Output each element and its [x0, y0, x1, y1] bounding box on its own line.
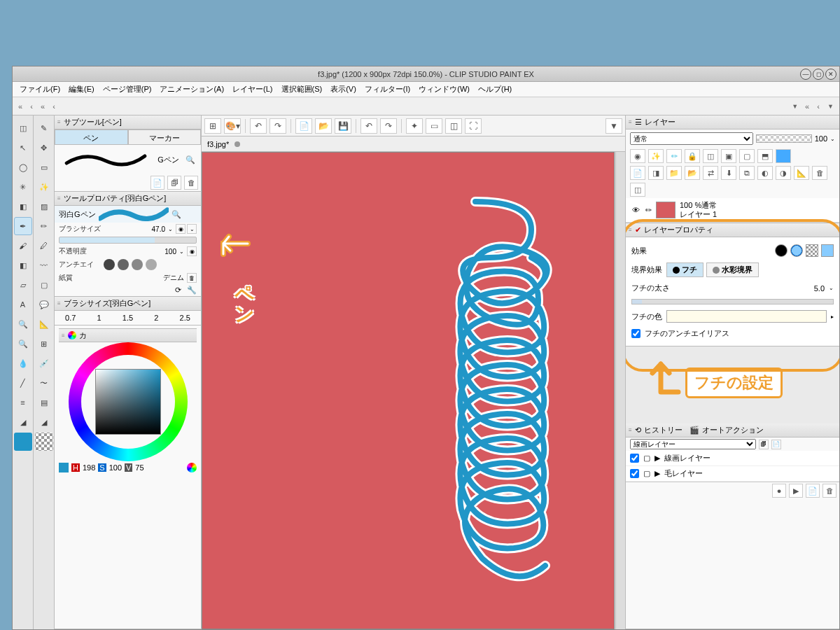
doc-tab-name[interactable]: f3.jpg*: [207, 140, 229, 148]
nav-dropdown[interactable]: ▼: [789, 102, 801, 111]
tool-swap[interactable]: [14, 433, 32, 451]
layericon-7[interactable]: ▢: [739, 149, 755, 163]
menu-animation[interactable]: アニメーション(A): [155, 83, 228, 96]
antialias-options[interactable]: [104, 259, 157, 270]
size-3[interactable]: 2: [154, 314, 158, 322]
size-4[interactable]: 2.5: [180, 314, 190, 322]
layericon-6[interactable]: ▣: [721, 149, 736, 163]
brush-size-pressure-icon[interactable]: ◉: [176, 224, 186, 234]
toolbar-transform-icon[interactable]: ⛶: [465, 118, 482, 134]
action-item-0[interactable]: ▢▶ 線画レイヤー: [626, 451, 839, 466]
toolbar-expand-icon[interactable]: ▼: [606, 118, 622, 134]
menu-page[interactable]: ページ管理(P): [99, 83, 156, 96]
tool-curve[interactable]: 〜: [35, 374, 53, 392]
tool-pen[interactable]: ✒: [14, 217, 32, 235]
tool-frame[interactable]: ⊞: [35, 335, 53, 353]
tool-move[interactable]: ✥: [35, 139, 53, 157]
history-dropdown[interactable]: 線画レイヤー: [630, 439, 756, 449]
thickness-slider[interactable]: [631, 299, 834, 304]
layericon-9[interactable]: [776, 149, 791, 163]
layer-newfill-icon[interactable]: ◨: [648, 166, 664, 180]
tool-zoom[interactable]: 🔍: [14, 315, 32, 333]
brush-size-slider[interactable]: [59, 237, 197, 244]
tool-lasso[interactable]: ◯: [14, 158, 32, 176]
toolbar-redo2-icon[interactable]: ↷: [380, 118, 397, 134]
subtool-tab-marker[interactable]: マーカー: [128, 130, 202, 145]
layer-transfer-icon[interactable]: ⇄: [703, 166, 718, 180]
tool-eraser[interactable]: ◧: [14, 256, 32, 274]
nav-next2[interactable]: ‹: [813, 102, 823, 111]
tool-checker[interactable]: [35, 433, 53, 451]
layericon-8[interactable]: ⬒: [757, 149, 773, 163]
toolbar-pref-icon[interactable]: 🎨▾: [224, 118, 241, 134]
close-button[interactable]: ✕: [825, 69, 836, 80]
subtool-copy-icon[interactable]: 🗐: [167, 176, 181, 190]
layericon-lock[interactable]: 🔒: [685, 149, 700, 163]
fx-border-icon[interactable]: [790, 244, 803, 257]
history-tab[interactable]: ヒストリー: [644, 425, 682, 435]
tool-blend[interactable]: 〰: [35, 256, 53, 274]
layericon-2[interactable]: ✨: [648, 149, 664, 163]
border-opt-water[interactable]: 水彩境界: [706, 262, 759, 277]
layer-maskon-icon[interactable]: ◑: [776, 166, 791, 180]
layer-mergedn-icon[interactable]: ⬇: [721, 166, 736, 180]
wrench-icon[interactable]: 🔧: [187, 286, 197, 295]
toolbar-grid-icon[interactable]: ⊞: [204, 118, 221, 134]
tool-rect[interactable]: ▭: [35, 158, 53, 176]
layer-folderin-icon[interactable]: 📂: [685, 166, 700, 180]
tool-balloon[interactable]: 💬: [35, 295, 53, 314]
menu-view[interactable]: 表示(V): [326, 83, 360, 96]
toolprop-search-icon[interactable]: 🔍: [172, 210, 181, 219]
size-2[interactable]: 1.5: [122, 314, 133, 322]
toolbar-undo2-icon[interactable]: ↶: [360, 118, 377, 134]
layericon-1[interactable]: ◉: [630, 149, 645, 163]
maximize-button[interactable]: ◻: [813, 69, 824, 80]
border-opt-edge[interactable]: フチ: [666, 262, 704, 277]
menu-edit[interactable]: 編集(E): [64, 83, 99, 96]
tool-perspective[interactable]: ◢: [14, 413, 32, 431]
menu-selection[interactable]: 選択範囲(S): [277, 83, 327, 96]
tool-drop[interactable]: 💧: [14, 354, 32, 372]
subtool-trash-icon[interactable]: 🗑: [184, 176, 198, 190]
size-0[interactable]: 0.7: [65, 314, 76, 322]
tool-line[interactable]: ╱: [14, 374, 32, 392]
rec-icon[interactable]: ●: [772, 484, 786, 498]
layericon-3[interactable]: ✏: [666, 149, 682, 163]
layer-folder-icon[interactable]: 📁: [666, 166, 682, 180]
layer-merge-icon[interactable]: ⧉: [739, 166, 755, 180]
history-new-icon[interactable]: 📄: [771, 440, 781, 449]
tool-ruler[interactable]: 📐: [35, 315, 53, 333]
toolbar-undo-icon[interactable]: ↶: [250, 118, 267, 134]
tool-gradient[interactable]: ◧: [14, 197, 32, 216]
brush-size-menu-icon[interactable]: ⌄: [187, 224, 197, 234]
subtool-tab-pen[interactable]: ペン: [55, 130, 128, 145]
edge-color-box[interactable]: [666, 310, 827, 323]
tool-shape[interactable]: ▢: [35, 276, 53, 294]
minimize-button[interactable]: —: [800, 69, 811, 80]
tool-pattern[interactable]: ▨: [35, 197, 53, 216]
tool-wand[interactable]: ✨: [35, 178, 53, 196]
nav-first[interactable]: «: [15, 102, 25, 111]
tool-gradient2[interactable]: ▤: [35, 393, 53, 412]
action-item-1[interactable]: ▢▶ 毛レイヤー: [626, 466, 839, 482]
play-icon[interactable]: ▶: [789, 484, 803, 498]
action-check-0[interactable]: [630, 454, 639, 463]
del-action-icon[interactable]: 🗑: [822, 484, 836, 498]
nav-prev3[interactable]: ‹: [49, 102, 59, 111]
tool-splat[interactable]: ✳: [14, 178, 32, 196]
tool-air[interactable]: 🖊: [35, 237, 53, 255]
toolbar-open-icon[interactable]: 📂: [315, 118, 332, 134]
tool-cube[interactable]: ◫: [14, 119, 32, 137]
tool-lines[interactable]: ≡: [14, 393, 32, 412]
opacity-pressure-icon[interactable]: ◉: [187, 246, 197, 256]
menu-filter[interactable]: フィルター(I): [360, 83, 414, 96]
blend-mode-select[interactable]: 通常: [630, 132, 753, 145]
visibility-icon[interactable]: 👁: [630, 206, 641, 214]
fx-color-icon[interactable]: [821, 244, 834, 257]
color-cycle-icon[interactable]: [187, 463, 197, 472]
canvas[interactable]: ペン: [202, 152, 615, 629]
toolbar-shrink-icon[interactable]: ◫: [445, 118, 462, 134]
layer-mask-icon[interactable]: ◐: [757, 166, 773, 180]
tool-text[interactable]: A: [14, 295, 32, 314]
toolbar-assist-icon[interactable]: ✦: [406, 118, 423, 134]
